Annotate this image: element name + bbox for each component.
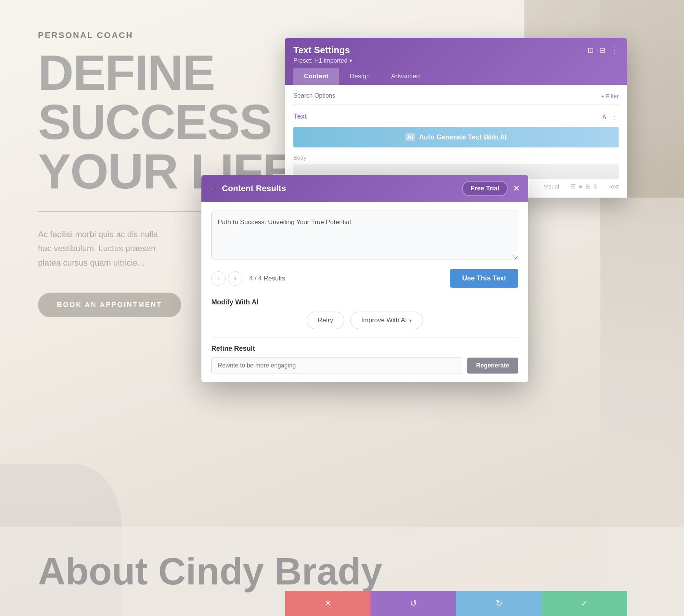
free-trial-badge[interactable]: Free Trial: [462, 181, 508, 196]
refine-row: Regenerate: [211, 357, 518, 374]
panel-icon-more[interactable]: ⋮: [611, 46, 619, 55]
tab-content[interactable]: Content: [293, 68, 339, 85]
bottom-toolbar: ✕ ↺ ↻ ✓: [285, 591, 627, 616]
regenerate-button[interactable]: Regenerate: [467, 358, 518, 374]
panel-title-row: Text Settings ⊡ ⊟ ⋮: [293, 45, 619, 55]
panel-icon-columns[interactable]: ⊟: [599, 46, 606, 55]
confirm-button[interactable]: ✓: [542, 591, 627, 616]
content-results-modal: ← Content Results Free Trial ✕ Path to S…: [201, 175, 528, 382]
refine-section: Refine Result Regenerate: [211, 337, 518, 374]
align-center-icon[interactable]: ≡: [579, 183, 582, 190]
refine-label: Refine Result: [211, 345, 518, 353]
undo-button[interactable]: ↺: [370, 591, 456, 616]
text-section-header: Text ∧ ⋮: [293, 112, 619, 121]
result-textarea[interactable]: Path to Success: Unveiling Your True Pot…: [211, 211, 518, 260]
auto-generate-label: Auto Generate Text With AI: [419, 133, 507, 141]
table-icon[interactable]: ⊞: [586, 183, 591, 190]
cancel-button[interactable]: ✕: [285, 591, 370, 616]
ai-icon: AI: [405, 133, 415, 141]
section-more-icon[interactable]: ⋮: [611, 112, 619, 121]
modal-close-button[interactable]: ✕: [513, 184, 520, 193]
text-label: Text: [608, 183, 619, 190]
collapse-icon[interactable]: ∧: [602, 112, 607, 121]
modify-label: Modify With AI: [211, 298, 518, 306]
filter-button[interactable]: + Filter: [601, 93, 619, 99]
results-nav-row: ‹ › 4 / 4 Results Use This Text: [211, 269, 518, 288]
nav-arrows: ‹ ›: [211, 271, 242, 286]
panel-icon-camera[interactable]: ⊡: [587, 46, 594, 55]
modify-section: Modify With AI Retry Improve With AI ▾: [211, 298, 518, 329]
next-result-button[interactable]: ›: [228, 271, 242, 286]
panel-tabs: Content Design Advanced: [293, 68, 619, 85]
redo-button[interactable]: ↻: [456, 591, 542, 616]
panel-title: Text Settings: [293, 45, 350, 55]
modal-title: Content Results: [222, 184, 286, 193]
text-settings-panel: Text Settings ⊡ ⊟ ⋮ Preset: H1 imported …: [285, 38, 627, 198]
text-section-controls: ∧ ⋮: [602, 112, 619, 121]
modify-buttons: Retry Improve With AI ▾: [211, 312, 518, 329]
align-left-icon[interactable]: ☰: [570, 183, 576, 190]
improve-label: Improve With AI: [361, 317, 407, 324]
panel-preset[interactable]: Preset: H1 imported ▾: [293, 57, 619, 64]
tab-design[interactable]: Design: [339, 68, 380, 85]
improve-with-ai-button[interactable]: Improve With AI ▾: [350, 312, 423, 329]
improve-dropdown-icon: ▾: [409, 318, 412, 323]
tab-advanced[interactable]: Advanced: [380, 68, 431, 85]
result-textarea-wrapper: Path to Success: Unveiling Your True Pot…: [211, 211, 518, 261]
modal-header: ← Content Results Free Trial ✕: [201, 175, 528, 202]
visual-label: Visual: [544, 183, 559, 190]
panel-header: Text Settings ⊡ ⊟ ⋮ Preset: H1 imported …: [285, 38, 627, 85]
modal-header-left: ← Content Results: [210, 184, 286, 193]
text-section-label: Text: [293, 112, 307, 120]
back-icon[interactable]: ←: [210, 184, 217, 193]
search-options-input[interactable]: [293, 92, 407, 99]
retry-button[interactable]: Retry: [307, 312, 344, 329]
prev-result-button[interactable]: ‹: [211, 271, 226, 286]
results-count: 4 / 4 Results: [249, 275, 285, 282]
resize-handle: ⤡: [511, 253, 516, 259]
format-icons: ☰ ≡ ⊞ $: [570, 183, 597, 190]
panel-header-icons: ⊡ ⊟ ⋮: [587, 46, 619, 55]
strikethrough-icon[interactable]: $: [594, 183, 597, 190]
use-this-text-button[interactable]: Use This Text: [450, 269, 518, 288]
refine-input[interactable]: [211, 357, 463, 374]
auto-generate-button[interactable]: AI Auto Generate Text With AI: [293, 127, 619, 147]
modal-body: Path to Success: Unveiling Your True Pot…: [201, 202, 528, 382]
body-label: Body: [293, 154, 619, 161]
search-filter-row: + Filter: [293, 92, 619, 105]
